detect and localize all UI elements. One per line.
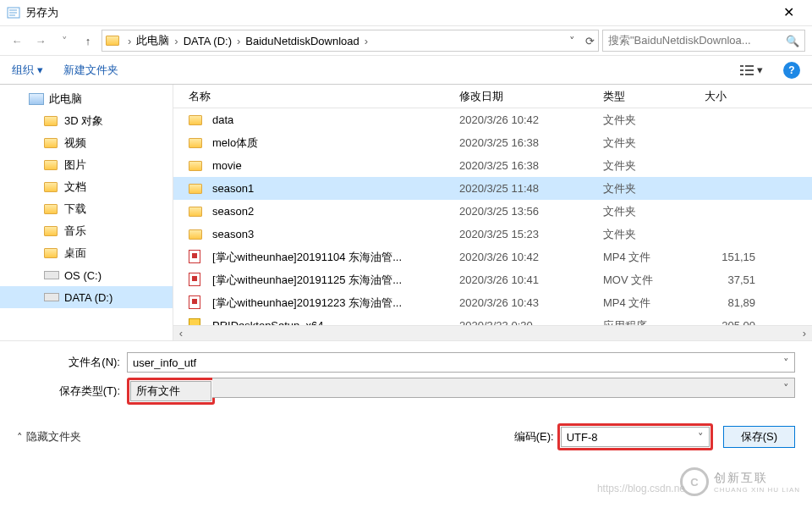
- breadcrumb-folder[interactable]: BaiduNetdiskDownload: [242, 35, 362, 47]
- col-type[interactable]: 类型: [603, 89, 705, 104]
- file-date: 2020/3/26 10:43: [459, 296, 603, 309]
- tree-item-icon: [44, 135, 59, 151]
- recent-dropdown[interactable]: ˅: [54, 30, 74, 51]
- encoding-select[interactable]: UTF-8 ˅: [561, 427, 710, 447]
- folder-icon: [189, 158, 204, 174]
- breadcrumb-this-pc[interactable]: 此电脑: [133, 33, 173, 48]
- tree-item[interactable]: 桌面: [0, 242, 173, 264]
- address-dropdown-icon[interactable]: ˅: [569, 35, 575, 47]
- bottom-panel: 文件名(N): user_info_utf ˅ 保存类型(T): 所有文件 ˅ …: [0, 340, 812, 461]
- chevron-up-icon: ˄: [17, 431, 23, 444]
- chevron-down-icon: ▾: [757, 64, 763, 76]
- hide-folders-toggle[interactable]: ˄ 隐藏文件夹: [17, 429, 81, 444]
- tree-item-label: 3D 对象: [64, 113, 103, 129]
- search-placeholder: 搜索"BaiduNetdiskDownloa...: [608, 33, 786, 48]
- folder-icon: [189, 227, 204, 242]
- file-name: [掌心witheunhae]20191125 东海油管...: [212, 273, 459, 288]
- folder-icon: [189, 135, 204, 151]
- app-icon: [7, 6, 20, 19]
- tree-this-pc[interactable]: 此电脑: [0, 88, 173, 110]
- close-button[interactable]: ✕: [771, 4, 805, 20]
- tree-item[interactable]: 3D 对象: [0, 110, 173, 132]
- filetype-value: 所有文件: [136, 384, 180, 399]
- back-button[interactable]: ←: [7, 30, 27, 51]
- filename-input[interactable]: user_info_utf ˅: [127, 352, 795, 373]
- folder-icon: [106, 33, 121, 48]
- chevron-down-icon[interactable]: ˅: [783, 382, 789, 395]
- svg-rect-9: [745, 74, 754, 75]
- file-name: [掌心witheunhae]20191223 东海油管...: [212, 295, 459, 311]
- filetype-select[interactable]: ˅: [212, 378, 795, 398]
- folder-tree[interactable]: 此电脑 3D 对象视频图片文档下载音乐桌面OS (C:)DATA (D:): [0, 85, 173, 340]
- chevron-down-icon[interactable]: ˅: [698, 431, 704, 444]
- svg-rect-4: [740, 65, 743, 67]
- horizontal-scrollbar[interactable]: ‹ ›: [173, 325, 812, 340]
- scroll-track[interactable]: [189, 327, 797, 340]
- file-date: 2020/3/26 10:41: [459, 273, 603, 286]
- up-button[interactable]: ↑: [78, 30, 98, 51]
- column-headers[interactable]: 名称 修改日期 类型 大小: [173, 85, 812, 108]
- view-list-icon: [740, 64, 754, 76]
- scroll-right-icon[interactable]: ›: [797, 327, 812, 340]
- address-bar[interactable]: › 此电脑 › DATA (D:) › BaiduNetdiskDownload…: [102, 30, 599, 52]
- brand-text: 创新互联: [714, 471, 800, 486]
- tree-item-icon: [44, 224, 59, 239]
- mp4-icon: [189, 295, 204, 311]
- file-row[interactable]: [掌心witheunhae]20191223 东海油管...2020/3/26 …: [173, 291, 812, 314]
- col-date[interactable]: 修改日期: [459, 89, 603, 104]
- search-icon: 🔍: [786, 35, 799, 47]
- file-name: season3: [212, 228, 459, 240]
- file-date: 2020/3/25 16:38: [459, 159, 603, 172]
- file-row[interactable]: season22020/3/25 13:56文件夹: [173, 200, 812, 223]
- highlight-box-filetype: 所有文件: [127, 378, 215, 405]
- tree-item[interactable]: 图片: [0, 154, 173, 176]
- tree-item[interactable]: 音乐: [0, 220, 173, 242]
- file-type: MP4 文件: [603, 295, 705, 311]
- chevron-right-icon: ›: [126, 35, 133, 47]
- mp4-icon: [189, 250, 204, 265]
- file-type: 文件夹: [603, 181, 705, 196]
- file-type: MP4 文件: [603, 250, 705, 265]
- file-type: 文件夹: [603, 204, 705, 219]
- svg-rect-8: [745, 69, 754, 71]
- tree-item[interactable]: DATA (D:): [0, 286, 173, 308]
- toolbar: 组织 ▾ 新建文件夹 ▾ ?: [0, 56, 812, 85]
- file-name: season2: [212, 205, 459, 218]
- breadcrumb-drive[interactable]: DATA (D:): [180, 35, 235, 47]
- file-list[interactable]: data2020/3/26 10:42文件夹melo体质2020/3/25 16…: [173, 108, 812, 325]
- tree-item[interactable]: 视频: [0, 132, 173, 154]
- refresh-icon[interactable]: ⟳: [585, 35, 595, 47]
- tree-item[interactable]: 下载: [0, 198, 173, 220]
- save-button[interactable]: 保存(S): [723, 426, 795, 448]
- view-options-button[interactable]: ▾: [740, 64, 763, 76]
- tree-item-label: 桌面: [64, 246, 86, 261]
- file-row[interactable]: PRIDesktopSetup_x642020/3/23 0:30应用程序205…: [173, 314, 812, 325]
- tree-item-label: OS (C:): [64, 269, 102, 282]
- col-name[interactable]: 名称: [189, 89, 459, 104]
- file-size: 81,89: [705, 296, 755, 309]
- tree-item[interactable]: 文档: [0, 176, 173, 198]
- tree-item-label: DATA (D:): [64, 291, 112, 304]
- file-row[interactable]: season12020/3/25 11:48文件夹: [173, 177, 812, 200]
- help-button[interactable]: ?: [783, 62, 800, 79]
- file-row[interactable]: data2020/3/26 10:42文件夹: [173, 108, 812, 131]
- file-row[interactable]: season32020/3/25 15:23文件夹: [173, 223, 812, 246]
- file-row[interactable]: melo体质2020/3/25 16:38文件夹: [173, 131, 812, 154]
- tree-item[interactable]: OS (C:): [0, 264, 173, 286]
- chevron-down-icon[interactable]: ˅: [783, 356, 789, 369]
- tree-item-icon: [44, 202, 59, 217]
- filename-value: user_info_utf: [133, 356, 196, 369]
- file-row[interactable]: [掌心witheunhae]20191104 东海油管...2020/3/26 …: [173, 246, 812, 268]
- scroll-left-icon[interactable]: ‹: [173, 327, 189, 340]
- search-input[interactable]: 搜索"BaiduNetdiskDownloa... 🔍: [602, 30, 805, 52]
- organize-button[interactable]: 组织 ▾: [12, 63, 43, 78]
- filename-label: 文件名(N):: [17, 355, 127, 370]
- brand-watermark: C 创新互联 CHUANG XIN HU LIAN: [680, 467, 800, 496]
- tree-item-label: 图片: [64, 157, 86, 173]
- new-folder-button[interactable]: 新建文件夹: [63, 63, 118, 78]
- col-size[interactable]: 大小: [705, 89, 755, 104]
- file-row[interactable]: [掌心witheunhae]20191125 东海油管...2020/3/26 …: [173, 268, 812, 291]
- tree-item-label: 音乐: [64, 224, 86, 239]
- file-row[interactable]: movie2020/3/25 16:38文件夹: [173, 154, 812, 177]
- navigation-bar: ← → ˅ ↑ › 此电脑 › DATA (D:) › BaiduNetdisk…: [0, 25, 812, 56]
